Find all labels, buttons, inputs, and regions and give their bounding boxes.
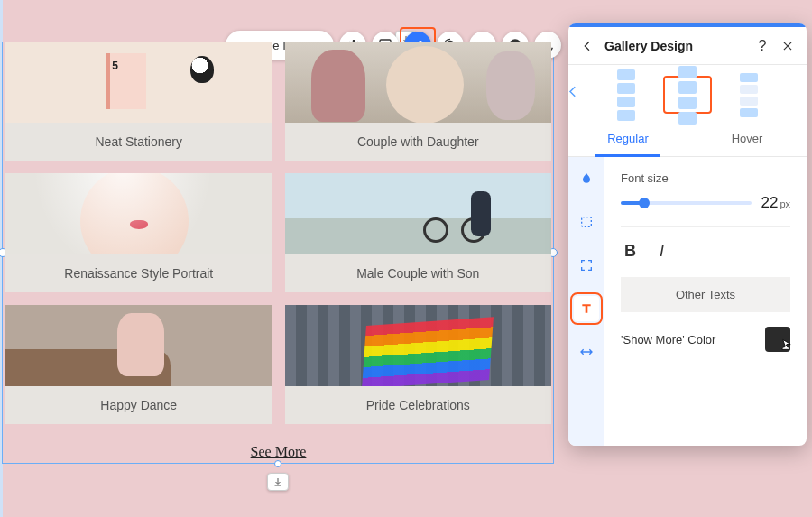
gallery-caption: Pride Celebrations xyxy=(285,386,552,424)
layout-option-mixed[interactable] xyxy=(724,76,773,114)
gallery-thumb xyxy=(285,42,552,123)
layout-option-grid-caption[interactable] xyxy=(663,76,712,114)
see-more-link[interactable]: See More xyxy=(5,437,551,462)
layout-option-row xyxy=(568,65,807,123)
gallery-component[interactable]: 5 Neat Stationery Couple with Daughter R… xyxy=(5,42,551,462)
italic-toggle[interactable]: I xyxy=(660,242,664,261)
other-texts-section: Other Texts xyxy=(621,277,790,312)
tab-regular[interactable]: Regular xyxy=(568,123,687,156)
gallery-caption: Male Couple with Son xyxy=(285,254,552,292)
text-tab-content: Font size 22px B I Other Texts 'Show Mor… xyxy=(604,157,807,446)
editor-left-edge xyxy=(0,0,3,517)
gallery-height-handle-bottom[interactable] xyxy=(267,473,289,491)
gallery-tile[interactable]: Couple with Daughter xyxy=(285,42,552,161)
gallery-caption: Happy Dance xyxy=(5,386,272,424)
panel-help-button[interactable]: ? xyxy=(754,38,770,54)
cursor-icon xyxy=(778,337,796,359)
gallery-tile[interactable]: Pride Celebrations xyxy=(285,305,552,424)
spacing-tab[interactable] xyxy=(574,339,599,365)
font-size-value: 22 xyxy=(761,194,778,211)
gallery-tile[interactable]: Male Couple with Son xyxy=(285,173,552,292)
show-more-color-label: 'Show More' Color xyxy=(621,333,715,346)
gallery-tile[interactable]: Happy Dance xyxy=(5,305,272,424)
layout-prev-button[interactable] xyxy=(568,84,581,105)
gallery-caption: Couple with Daughter xyxy=(285,123,552,161)
border-tab[interactable] xyxy=(574,209,599,235)
show-more-color-swatch[interactable] xyxy=(765,327,790,352)
gallery-thumb xyxy=(5,305,272,386)
fill-tab[interactable] xyxy=(574,166,599,191)
divider xyxy=(621,226,790,227)
gallery-thumb xyxy=(285,305,552,386)
corners-tab[interactable] xyxy=(574,253,599,278)
state-tabs: Regular Hover xyxy=(568,123,807,157)
gallery-thumb xyxy=(5,173,272,254)
bold-toggle[interactable]: B xyxy=(624,242,636,261)
layout-option-grid[interactable] xyxy=(602,76,651,114)
gallery-tile[interactable]: 5 Neat Stationery xyxy=(5,42,272,161)
gallery-caption: Renaissance Style Portrait xyxy=(5,254,272,292)
font-size-slider[interactable] xyxy=(621,201,752,205)
panel-title: Gallery Design xyxy=(604,39,745,53)
font-size-unit: px xyxy=(780,198,790,209)
tab-hover[interactable]: Hover xyxy=(687,123,807,156)
gallery-thumb: 5 xyxy=(5,42,272,123)
gallery-caption: Neat Stationery xyxy=(5,123,272,161)
text-tab[interactable] xyxy=(574,296,599,321)
font-size-label: Font size xyxy=(621,171,790,185)
svg-rect-3 xyxy=(582,217,592,227)
design-category-rail xyxy=(568,157,604,446)
gallery-thumb xyxy=(285,173,552,254)
gallery-tile[interactable]: Renaissance Style Portrait xyxy=(5,173,272,292)
back-button[interactable] xyxy=(579,38,595,54)
close-button[interactable] xyxy=(780,38,796,54)
gallery-design-panel: Gallery Design ? Regular Hover xyxy=(568,23,807,446)
